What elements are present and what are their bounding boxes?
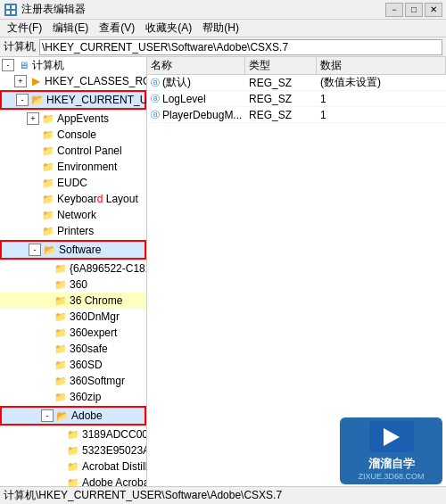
address-bar: 计算机 \HKEY_CURRENT_USER\Software\Adobe\CS… <box>0 37 446 57</box>
menu-bar: 文件(F) 编辑(E) 查看(V) 收藏夹(A) 帮助(H) <box>0 20 446 37</box>
col-data-label: 数据 <box>320 58 342 73</box>
tree-item-360softmgr[interactable]: 📁 360Softmgr <box>0 373 146 389</box>
value-type-default: REG_SZ <box>245 77 317 89</box>
folder-icon-360dn: 📁 <box>54 310 68 323</box>
spacer-360zip <box>39 391 52 403</box>
tree-label-env: Environment <box>57 161 117 173</box>
maximize-button[interactable]: □ <box>405 3 423 17</box>
tree-item-3189[interactable]: 📁 3189ADCC00BD <box>0 426 146 442</box>
value-name-playerdebug: ⓐ PlayerDebugM... <box>147 109 245 121</box>
close-button[interactable]: ✕ <box>425 3 442 17</box>
tree-item-adobe-acrobat[interactable]: 📁 Adobe Acrobat <box>0 475 146 486</box>
folder-icon-env: 📁 <box>41 161 55 173</box>
tree-item-6a[interactable]: 📁 {6A896522-C181-4... <box>0 260 146 277</box>
tree-label-eudc: EUDC <box>57 177 87 189</box>
value-row-default[interactable]: ⓐ (默认) REG_SZ (数值未设置) <box>147 75 446 91</box>
col-type-label: 类型 <box>249 58 270 73</box>
spacer-adist <box>52 460 64 473</box>
folder-icon-eudc: 📁 <box>41 177 55 189</box>
tree-item-360dnmgr[interactable]: 📁 360DnMgr <box>0 309 146 325</box>
tree-item-hkcu[interactable]: - 📂 HKEY_CURRENT_USER <box>2 92 145 108</box>
address-path-text: \HKEY_CURRENT_USER\Software\Adobe\CSXS.7 <box>42 41 288 54</box>
spacer-env <box>27 161 39 173</box>
spacer-360sd <box>39 359 52 371</box>
tree-item-eudc[interactable]: 📁 EUDC <box>0 175 146 191</box>
tree-item-computer[interactable]: - 🖥 计算机 <box>0 57 146 73</box>
spacer-cp <box>27 145 39 157</box>
value-type-playerdebug: REG_SZ <box>245 109 317 121</box>
folder-icon-3189: 📁 <box>66 428 80 441</box>
tree-label-360soft: 360Softmgr <box>70 375 125 387</box>
value-name-loglevel: ⓐ LogLevel <box>147 93 245 105</box>
tree-label-360chrome: 36 Chrome <box>70 294 122 307</box>
folder-icon-360sd: 📁 <box>54 359 68 371</box>
value-data-loglevel: 1 <box>317 93 446 105</box>
tree-item-360[interactable]: 📁 360 <box>0 277 146 293</box>
value-row-loglevel[interactable]: ⓐ LogLevel REG_SZ 1 <box>147 91 446 107</box>
tree-label-360: 360 <box>70 278 87 291</box>
tree-item-5323[interactable]: 📁 5323E95023AA <box>0 442 146 459</box>
adobe-highlight-box: - 📂 Adobe <box>0 406 146 426</box>
tree-item-hkcr[interactable]: + ▶ HKEY_CLASSES_ROOT <box>0 73 146 89</box>
expand-icon-hkcu[interactable]: - <box>16 94 29 106</box>
folder-icon-hkcr: ▶ <box>29 75 43 87</box>
value-row-playerdebug[interactable]: ⓐ PlayerDebugM... REG_SZ 1 <box>147 107 446 123</box>
expand-icon-computer[interactable]: - <box>2 59 14 71</box>
tree-item-360safe[interactable]: 📁 360safe <box>0 341 146 357</box>
minimize-button[interactable]: － <box>385 3 403 17</box>
tree-item-software[interactable]: - 📂 Software <box>2 242 145 258</box>
expand-icon-hkcr[interactable]: + <box>14 75 27 87</box>
menu-view[interactable]: 查看(V) <box>94 19 140 37</box>
tree-item-acrobat-distiller[interactable]: 📁 Acrobat Distiller <box>0 459 146 475</box>
tree-item-control-panel[interactable]: 📁 Control Panel <box>0 143 146 159</box>
tree-item-adobe[interactable]: - 📂 Adobe <box>2 408 145 424</box>
value-data-playerdebug: 1 <box>317 109 446 121</box>
tree-item-360expert[interactable]: 📁 360expert <box>0 325 146 341</box>
folder-icon-console: 📁 <box>41 128 55 141</box>
value-type-loglevel: REG_SZ <box>245 93 317 105</box>
folder-icon-cp: 📁 <box>41 145 55 157</box>
menu-favorites[interactable]: 收藏夹(A) <box>140 19 197 37</box>
spacer-prt <box>27 225 39 237</box>
tree-item-printers[interactable]: 📁 Printers <box>0 223 146 239</box>
spacer-net <box>27 209 39 221</box>
folder-icon-net: 📁 <box>41 209 55 221</box>
tree-item-keyboard[interactable]: 📁 Keyboard Layout <box>0 191 146 207</box>
tree-item-360sd[interactable]: 📁 360SD <box>0 357 146 373</box>
tree-label-3189: 3189ADCC00BD <box>82 428 147 441</box>
folder-icon-hkcu: 📂 <box>30 94 45 106</box>
tree-item-network[interactable]: 📁 Network <box>0 207 146 223</box>
address-path-input[interactable]: \HKEY_CURRENT_USER\Software\Adobe\CSXS.7 <box>39 39 442 55</box>
folder-icon-prt: 📁 <box>41 225 55 237</box>
address-label: 计算机 <box>4 39 36 54</box>
tree-label-6a: {6A896522-C181-4... <box>70 262 147 275</box>
folder-icon-aacr: 📁 <box>66 476 80 486</box>
spacer-360chrome <box>39 294 52 307</box>
expand-icon-adobe[interactable]: - <box>41 409 54 422</box>
value-icon-playerdebug: ⓐ <box>151 109 160 121</box>
col-header-type: 类型 <box>245 57 317 74</box>
tree-label-net: Network <box>57 209 96 221</box>
expand-icon-appevents[interactable]: + <box>27 112 39 125</box>
tree-label-360dn: 360DnMgr <box>70 310 120 323</box>
menu-help[interactable]: 帮助(H) <box>197 19 244 37</box>
folder-icon-360safe: 📁 <box>54 343 68 355</box>
menu-file[interactable]: 文件(F) <box>2 19 47 37</box>
tree-item-appevents[interactable]: + 📁 AppEvents <box>0 111 146 127</box>
tree-label-5323: 5323E95023AA <box>82 444 147 457</box>
expand-icon-software[interactable]: - <box>29 244 41 256</box>
spacer-360safe <box>39 343 52 355</box>
tree-item-360zip[interactable]: 📁 360zip <box>0 389 146 405</box>
value-icon-default: ⓐ <box>151 77 160 89</box>
tree-label-prt: Printers <box>57 225 94 237</box>
svg-rect-2 <box>12 5 15 9</box>
folder-icon-360: 📁 <box>54 278 68 291</box>
folder-icon-kbd: 📁 <box>41 193 55 205</box>
tree-item-console[interactable]: 📁 Console <box>0 127 146 143</box>
app-icon <box>4 3 18 17</box>
menu-edit[interactable]: 编辑(E) <box>47 19 94 37</box>
tree-item-360chrome[interactable]: 📁 36 Chrome <box>0 293 146 309</box>
tree-item-environment[interactable]: 📁 Environment <box>0 159 146 175</box>
spacer-console <box>27 128 39 141</box>
spacer-5323 <box>52 444 64 457</box>
